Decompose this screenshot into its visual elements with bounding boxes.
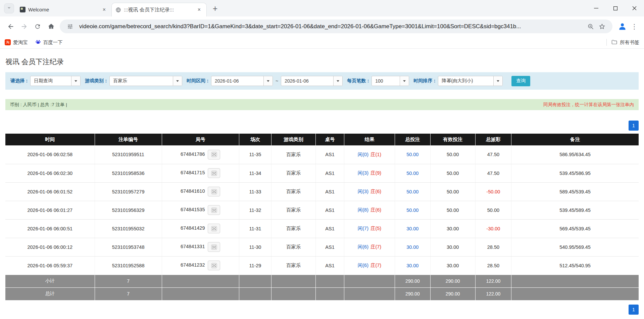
total-bet-link[interactable]: 30.00 [406, 244, 418, 250]
cell-round: 674841429 [162, 219, 239, 238]
round-detail-button[interactable] [208, 150, 220, 160]
dropdown-arrow-icon[interactable] [71, 76, 80, 86]
browser-tab-welcome[interactable]: Welcome × [16, 3, 111, 16]
dice-icon [211, 263, 217, 268]
total-payout: 122.00 [475, 287, 511, 300]
close-tab-icon[interactable]: × [100, 6, 108, 13]
forward-button[interactable] [17, 20, 31, 33]
date-end-field[interactable]: 2026-01-06 [281, 76, 343, 86]
tab-search-button[interactable] [4, 3, 14, 13]
cell-bet-id: 523101956329 [95, 201, 162, 219]
per-page-dropdown[interactable]: 100 [371, 76, 409, 86]
result-player: 闲(8) [358, 207, 368, 213]
bookmark-baidu[interactable]: 百度一下 [35, 39, 63, 46]
round-detail-button[interactable] [208, 168, 220, 178]
cell-table-no: AS1 [316, 219, 344, 238]
total-bet-link[interactable]: 30.00 [406, 263, 418, 268]
dropdown-arrow-icon[interactable] [333, 76, 342, 86]
dropdown-arrow-icon[interactable] [173, 76, 182, 86]
round-detail-button[interactable] [208, 242, 220, 252]
pagination-top: 1 [5, 121, 639, 131]
round-id: 674841610 [181, 188, 205, 194]
home-button[interactable] [44, 20, 58, 33]
bookmark-star-icon[interactable] [596, 21, 608, 32]
reload-button[interactable] [31, 20, 44, 33]
cell-session: 11-34 [239, 164, 271, 182]
cell-note: 539.45/586.95 [511, 164, 639, 182]
page-1-button[interactable]: 1 [629, 121, 639, 131]
close-window-button[interactable] [625, 0, 644, 16]
cell-note: 589.45/539.45 [511, 182, 639, 201]
cell-time: 2026-01-06 06:02:30 [5, 164, 95, 182]
search-button[interactable]: 查询 [511, 76, 530, 86]
total-bet-link[interactable]: 50.00 [406, 189, 418, 194]
bookmarks-bar: 淘 爱淘宝 百度一下 所有书签 [0, 36, 644, 49]
cell-time: 2026-01-06 06:00:12 [5, 238, 95, 256]
total-bet-link[interactable]: 50.00 [406, 208, 418, 213]
browser-tab-betrecord[interactable]: :::视讯 会员下注纪录::: × [111, 3, 207, 16]
cell-result: 闲(3)庄(9) [344, 164, 395, 182]
page-1-button[interactable]: 1 [629, 305, 639, 315]
url-bar[interactable]: videoie.com/game/betrecord_search/kind3?… [60, 19, 612, 33]
cell-time: 2026-01-06 05:59:37 [5, 256, 95, 275]
cell-session: 11-30 [239, 238, 271, 256]
cell-payout: 28.50 [475, 256, 511, 275]
table-row: 2026-01-06 06:02:30 523101958536 6748417… [5, 164, 639, 182]
total-bet-link[interactable]: 50.00 [406, 171, 418, 176]
cell-round: 674841331 [162, 238, 239, 256]
bookmark-aitaobao[interactable]: 淘 爱淘宝 [5, 39, 28, 46]
round-detail-button[interactable] [208, 224, 220, 233]
select-label: 请选择： [10, 78, 29, 84]
cell-bet-id: 523101957279 [95, 182, 162, 201]
result-banker: 庄(5) [370, 226, 381, 231]
zoom-icon[interactable] [585, 21, 596, 32]
cell-session: 11-29 [239, 256, 271, 275]
cell-note: 539.45/589.45 [511, 201, 639, 219]
dropdown-arrow-icon[interactable] [263, 76, 273, 86]
chevron-down-icon [7, 5, 11, 11]
cell-valid-bet: 50.00 [430, 164, 475, 182]
cell-session: 11-33 [239, 182, 271, 201]
column-header-valid-bet: 有效投注 [430, 134, 475, 145]
cell-round: 674841232 [162, 256, 239, 275]
cell-note: 586.95/634.45 [511, 145, 639, 164]
cell-table-no: AS1 [316, 182, 344, 201]
round-detail-button[interactable] [208, 205, 220, 215]
profile-avatar[interactable] [616, 20, 629, 33]
browser-menu-button[interactable]: ⋮ [629, 20, 640, 33]
minimize-button[interactable] [587, 0, 606, 16]
folder-icon [611, 39, 617, 46]
subtotal-row: 小计 7 290.00 290.00 122.00 [5, 275, 639, 287]
cell-game-type: 百家乐 [271, 164, 316, 182]
round-detail-button[interactable] [208, 187, 220, 196]
all-bookmarks-button[interactable]: 所有书签 [611, 39, 639, 46]
cell-payout: -30.00 [475, 219, 511, 238]
new-tab-button[interactable]: + [209, 3, 221, 14]
filter-group-perpage: 每页笔数： 100 [347, 76, 409, 86]
dropdown-arrow-icon[interactable] [493, 76, 502, 86]
forward-arrow-icon [20, 23, 28, 30]
back-button[interactable] [4, 20, 17, 33]
cell-valid-bet: 50.00 [430, 182, 475, 201]
maximize-button[interactable] [606, 0, 625, 16]
cell-game-type: 百家乐 [271, 238, 316, 256]
total-bet-link[interactable]: 50.00 [406, 152, 418, 157]
pagination-bottom: 1 [5, 305, 639, 315]
page-title: 视讯 会员下注纪录 [5, 49, 639, 72]
game-type-dropdown[interactable]: 百家乐 [109, 76, 182, 86]
total-count: 7 [95, 287, 162, 300]
filter-group-sort: 时间排序： 降幂(由大到小) [413, 76, 503, 86]
round-detail-button[interactable] [208, 261, 220, 270]
subtotal-valid-bet: 290.00 [430, 275, 475, 287]
site-info-icon[interactable] [64, 21, 76, 32]
close-tab-icon[interactable]: × [195, 6, 203, 14]
cell-game-type: 百家乐 [271, 219, 316, 238]
sort-dropdown[interactable]: 降幂(由大到小) [438, 76, 503, 86]
dropdown-arrow-icon[interactable] [400, 76, 409, 86]
date-start-field[interactable]: 2026-01-06 [211, 76, 273, 86]
result-banker: 庄(7) [370, 263, 381, 268]
total-bet-link[interactable]: 30.00 [406, 226, 418, 231]
cell-result: 闲(6)庄(7) [344, 256, 395, 275]
cell-table-no: AS1 [316, 201, 344, 219]
query-type-dropdown[interactable]: 日期查询 [30, 76, 81, 86]
